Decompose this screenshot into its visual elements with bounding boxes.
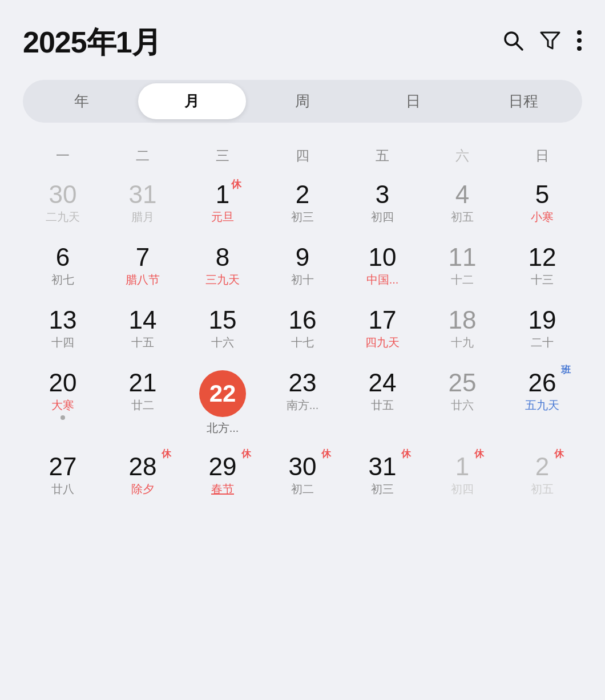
day-header-sun: 日 [502, 143, 582, 168]
cal-cell-jan12[interactable]: 12 十三 [502, 237, 582, 300]
cal-cell-jan5[interactable]: 5 小寒 [502, 174, 582, 237]
day-header-wed: 三 [183, 143, 263, 168]
cal-cell-jan21[interactable]: 21 廿二 [103, 362, 183, 446]
day-header-tue: 二 [103, 143, 183, 168]
cal-cell-jan6[interactable]: 6 初七 [23, 237, 103, 300]
day-headers: 一 二 三 四 五 六 日 [23, 143, 582, 168]
cal-cell-jan16[interactable]: 16 十七 [263, 300, 342, 362]
tab-agenda[interactable]: 日程 [469, 83, 578, 119]
cal-cell-jan3[interactable]: 3 初四 [342, 174, 422, 237]
cal-cell-jan31[interactable]: 31休 初三 [342, 446, 422, 509]
cal-cell-jan2[interactable]: 2 初三 [263, 174, 342, 237]
cal-cell-jan11[interactable]: 11 十二 [422, 237, 502, 300]
svg-point-5 [577, 46, 582, 51]
cal-cell-dec31[interactable]: 31 腊月 [103, 174, 183, 237]
day-header-fri: 五 [342, 143, 422, 168]
cal-cell-jan8[interactable]: 8 三九天 [183, 237, 263, 300]
day-header-sat: 六 [422, 143, 502, 168]
cal-cell-jan29[interactable]: 29休 春节 [183, 446, 263, 509]
cal-cell-jan19[interactable]: 19 二十 [502, 300, 582, 362]
cal-cell-jan14[interactable]: 14 十五 [103, 300, 183, 362]
svg-point-4 [577, 38, 582, 43]
cal-cell-feb2[interactable]: 2休 初五 [502, 446, 582, 509]
more-icon[interactable] [576, 30, 582, 56]
cal-cell-feb1[interactable]: 1休 初四 [422, 446, 502, 509]
header-icons [502, 30, 582, 56]
cal-cell-jan23[interactable]: 23 南方... [263, 362, 342, 446]
cal-cell-jan13[interactable]: 13 十四 [23, 300, 103, 362]
tab-year[interactable]: 年 [27, 83, 136, 119]
day-header-mon: 一 [23, 143, 103, 168]
cal-cell-jan26[interactable]: 26班 五九天 [502, 362, 582, 446]
view-switcher: 年 月 周 日 日程 [23, 80, 582, 123]
cal-cell-jan20[interactable]: 20 大寒 [23, 362, 103, 446]
cal-cell-jan9[interactable]: 9 初十 [263, 237, 342, 300]
cal-cell-jan10[interactable]: 10 中国... [342, 237, 422, 300]
svg-line-1 [516, 43, 522, 50]
search-icon[interactable] [502, 30, 524, 56]
calendar-grid: 30 二九天 31 腊月 1休 元旦 2 初三 3 初四 4 初五 5 小寒 [23, 174, 582, 509]
cal-cell-jan7[interactable]: 7 腊八节 [103, 237, 183, 300]
day-header-thu: 四 [263, 143, 342, 168]
cal-cell-jan24[interactable]: 24 廿五 [342, 362, 422, 446]
cal-cell-jan4[interactable]: 4 初五 [422, 174, 502, 237]
tab-month[interactable]: 月 [138, 83, 247, 119]
cal-cell-jan18[interactable]: 18 十九 [422, 300, 502, 362]
cal-cell-jan22[interactable]: 22 北方... [183, 362, 263, 446]
filter-icon[interactable] [540, 30, 560, 56]
svg-point-3 [577, 30, 582, 35]
cal-cell-jan25[interactable]: 25 廿六 [422, 362, 502, 446]
cal-cell-jan28[interactable]: 28休 除夕 [103, 446, 183, 509]
cal-cell-jan17[interactable]: 17 四九天 [342, 300, 422, 362]
month-title: 2025年1月 [23, 23, 161, 63]
cal-cell-jan1[interactable]: 1休 元旦 [183, 174, 263, 237]
svg-marker-2 [541, 33, 559, 48]
cal-cell-dec30[interactable]: 30 二九天 [23, 174, 103, 237]
app-container: 2025年1月 年 [0, 0, 605, 700]
cal-cell-jan30[interactable]: 30休 初二 [263, 446, 342, 509]
header: 2025年1月 [23, 23, 582, 63]
cal-cell-jan15[interactable]: 15 十六 [183, 300, 263, 362]
tab-week[interactable]: 周 [248, 83, 357, 119]
cal-cell-jan27[interactable]: 27 廿八 [23, 446, 103, 509]
tab-day[interactable]: 日 [359, 83, 467, 119]
